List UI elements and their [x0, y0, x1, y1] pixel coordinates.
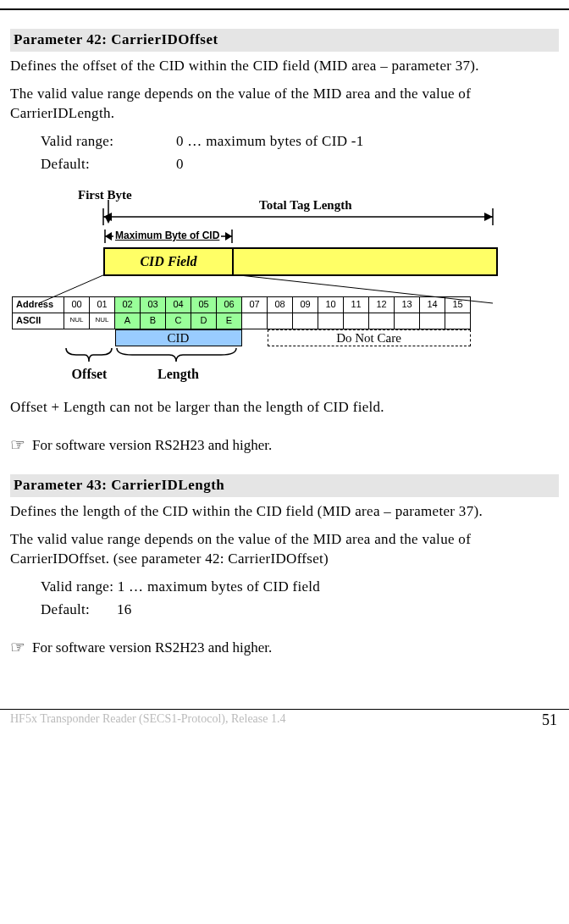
param42-desc2: The valid value range depends on the val… [10, 85, 559, 124]
ascii-cell [369, 313, 395, 329]
total-tag-length-label: Total Tag Length [256, 196, 356, 213]
ascii-cell: D [191, 313, 217, 329]
cid-field-label: CID Field [140, 252, 196, 271]
ascii-cell [344, 313, 369, 329]
ascii-cell: NUL [90, 313, 115, 329]
ascii-cell [318, 313, 344, 329]
max-byte-label: Maximum Byte of CID [113, 229, 221, 242]
svg-marker-2 [484, 213, 493, 221]
ascii-cell: E [217, 313, 242, 329]
cid-field-rest [234, 247, 498, 276]
do-not-care-bar: Do Not Care [268, 329, 471, 346]
ascii-cell: A [115, 313, 141, 329]
length-brace-icon [115, 346, 238, 363]
offset-brace-icon [64, 346, 113, 363]
offset-length-row: Offset Length [13, 365, 471, 384]
svg-marker-6 [105, 217, 112, 224]
ascii-cell [395, 313, 420, 329]
byte-table: Address 00 01 02 03 04 05 06 07 08 09 10… [12, 296, 471, 384]
param43-default: Default: 16 [41, 600, 559, 620]
cid-bar: CID [115, 329, 242, 346]
param43-valid-range: Valid range: 1 … maximum bytes of CID fi… [41, 578, 559, 597]
param43-note: ☞ For software version RS2H23 and higher… [10, 639, 559, 658]
page-footer: HF5x Transponder Reader (SECS1-Protocol)… [0, 709, 569, 730]
cid-field-box: CID Field [103, 247, 234, 276]
ascii-row: ASCII NUL NUL A B C D E [13, 313, 471, 329]
bars-row: CID Do Not Care [13, 329, 471, 346]
ascii-cell [293, 313, 318, 329]
param42-note-text: For software version RS2H23 and higher. [32, 436, 272, 456]
svg-marker-9 [225, 232, 232, 241]
page-content: Parameter 42: CarrierIDOffset Defines th… [0, 10, 569, 658]
offset-label: Offset [64, 365, 115, 384]
page: Parameter 42: CarrierIDOffset Defines th… [0, 8, 569, 730]
ascii-cell [420, 313, 445, 329]
param43-values: Valid range: 1 … maximum bytes of CID fi… [41, 578, 559, 620]
brace-row [13, 346, 471, 365]
param43-desc1: Defines the length of the CID within the… [10, 502, 559, 522]
param43-header: Parameter 43: CarrierIDLength [10, 474, 559, 497]
param43-note-text: For software version RS2H23 and higher. [32, 639, 272, 658]
ascii-cell [445, 313, 471, 329]
valid-range-value: 0 … maximum bytes of CID -1 [176, 132, 364, 152]
footer-text: HF5x Transponder Reader (SECS1-Protocol)… [10, 711, 285, 728]
param42-values: Valid range: 0 … maximum bytes of CID -1… [41, 132, 559, 174]
cid-diagram: First Byte Total Tag Length [36, 186, 559, 384]
default-label: Default: [41, 155, 176, 174]
length-label: Length [115, 365, 242, 384]
default-value: 0 [176, 155, 184, 174]
ascii-cell: NUL [64, 313, 90, 329]
pointing-hand-icon: ☞ [10, 639, 25, 656]
svg-marker-8 [105, 232, 112, 241]
param42-after-diagram: Offset + Length can not be larger than t… [10, 398, 559, 418]
svg-line-13 [232, 274, 493, 303]
page-number: 51 [542, 710, 559, 730]
pointing-hand-icon: ☞ [10, 436, 25, 453]
ascii-cell [242, 313, 268, 329]
param43-desc2: The valid value range depends on the val… [10, 530, 559, 569]
param42-note: ☞ For software version RS2H23 and higher… [10, 436, 559, 456]
param42-desc1: Defines the offset of the CID within the… [10, 57, 559, 76]
valid-range-label: Valid range: [41, 132, 176, 152]
ascii-row-label: ASCII [13, 313, 64, 329]
ascii-cell [268, 313, 293, 329]
svg-line-12 [39, 274, 105, 303]
param42-header: Parameter 42: CarrierIDOffset [10, 29, 559, 52]
ascii-cell: B [141, 313, 166, 329]
ascii-cell: C [166, 313, 191, 329]
